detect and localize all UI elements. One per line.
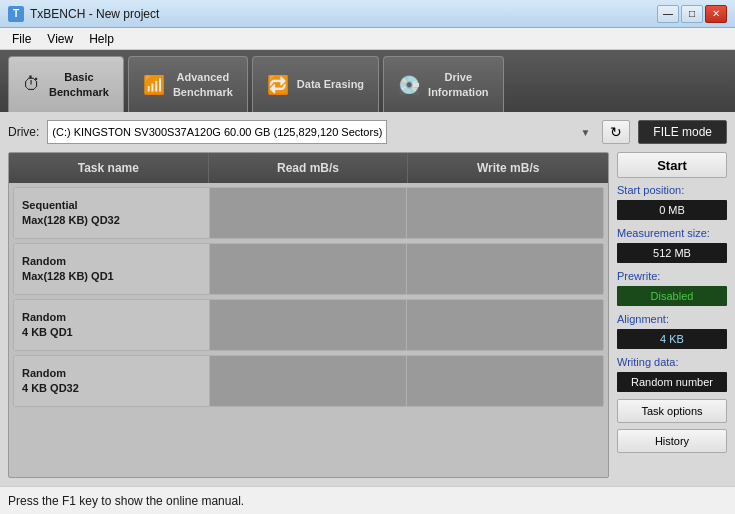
advanced-benchmark-icon: 📶 xyxy=(143,74,165,96)
menu-help[interactable]: Help xyxy=(81,30,122,48)
window-title: TxBENCH - New project xyxy=(30,7,159,21)
prewrite-label: Prewrite: xyxy=(617,270,727,282)
app-icon: T xyxy=(8,6,24,22)
drive-refresh-button[interactable]: ↻ xyxy=(602,120,630,144)
row3-task-name: Random4 KB QD1 xyxy=(14,300,210,350)
history-button[interactable]: History xyxy=(617,429,727,453)
header-read: Read mB/s xyxy=(209,153,409,183)
measurement-size-value: 512 MB xyxy=(617,243,727,263)
maximize-button[interactable]: □ xyxy=(681,5,703,23)
prewrite-value: Disabled xyxy=(617,286,727,306)
header-write: Write mB/s xyxy=(408,153,608,183)
status-bar: Press the F1 key to show the online manu… xyxy=(0,486,735,514)
row3-read xyxy=(210,300,406,350)
content-area: Drive: (C:) KINGSTON SV300S37A120G 60.00… xyxy=(0,112,735,486)
start-button[interactable]: Start xyxy=(617,152,727,178)
drive-select[interactable]: (C:) KINGSTON SV300S37A120G 60.00 GB (12… xyxy=(47,120,387,144)
tab-advanced-benchmark[interactable]: 📶 AdvancedBenchmark xyxy=(128,56,248,112)
tab-drive-information-label: DriveInformation xyxy=(428,70,489,99)
tab-data-erasing[interactable]: 🔁 Data Erasing xyxy=(252,56,379,112)
row2-task-name: RandomMax(128 KB) QD1 xyxy=(14,244,210,294)
row1-read xyxy=(210,188,406,238)
table-row: Random4 KB QD32 xyxy=(13,355,604,407)
minimize-button[interactable]: — xyxy=(657,5,679,23)
row4-write xyxy=(407,356,603,406)
basic-benchmark-icon: ⏱ xyxy=(23,74,41,95)
table-row: Random4 KB QD1 xyxy=(13,299,604,351)
row1-write xyxy=(407,188,603,238)
close-button[interactable]: ✕ xyxy=(705,5,727,23)
tab-drive-information[interactable]: 💽 DriveInformation xyxy=(383,56,504,112)
status-text: Press the F1 key to show the online manu… xyxy=(8,494,244,508)
table-header: Task name Read mB/s Write mB/s xyxy=(9,153,608,183)
start-position-label: Start position: xyxy=(617,184,727,196)
task-options-button[interactable]: Task options xyxy=(617,399,727,423)
menu-file[interactable]: File xyxy=(4,30,39,48)
row2-read xyxy=(210,244,406,294)
row3-write xyxy=(407,300,603,350)
menu-bar: File View Help xyxy=(0,28,735,50)
tab-basic-benchmark[interactable]: ⏱ BasicBenchmark xyxy=(8,56,124,112)
writing-data-value: Random number xyxy=(617,372,727,392)
drive-label: Drive: xyxy=(8,125,39,139)
drive-row: Drive: (C:) KINGSTON SV300S37A120G 60.00… xyxy=(8,120,727,144)
benchmark-table: Task name Read mB/s Write mB/s Sequentia… xyxy=(8,152,609,478)
header-task-name: Task name xyxy=(9,153,209,183)
data-erasing-icon: 🔁 xyxy=(267,74,289,96)
title-bar-left: T TxBENCH - New project xyxy=(8,6,159,22)
drive-select-wrapper: (C:) KINGSTON SV300S37A120G 60.00 GB (12… xyxy=(47,120,594,144)
table-row: SequentialMax(128 KB) QD32 xyxy=(13,187,604,239)
right-panel: Start Start position: 0 MB Measurement s… xyxy=(617,152,727,478)
measurement-size-label: Measurement size: xyxy=(617,227,727,239)
drive-information-icon: 💽 xyxy=(398,74,420,96)
title-bar: T TxBENCH - New project — □ ✕ xyxy=(0,0,735,28)
table-body: SequentialMax(128 KB) QD32 RandomMax(128… xyxy=(9,183,608,411)
tab-bar: ⏱ BasicBenchmark 📶 AdvancedBenchmark 🔁 D… xyxy=(0,50,735,112)
start-position-value: 0 MB xyxy=(617,200,727,220)
window-controls: — □ ✕ xyxy=(657,5,727,23)
alignment-label: Alignment: xyxy=(617,313,727,325)
table-row: RandomMax(128 KB) QD1 xyxy=(13,243,604,295)
row2-write xyxy=(407,244,603,294)
alignment-value: 4 KB xyxy=(617,329,727,349)
file-mode-button[interactable]: FILE mode xyxy=(638,120,727,144)
row1-task-name: SequentialMax(128 KB) QD32 xyxy=(14,188,210,238)
tab-basic-benchmark-label: BasicBenchmark xyxy=(49,70,109,99)
row4-task-name: Random4 KB QD32 xyxy=(14,356,210,406)
row4-read xyxy=(210,356,406,406)
tab-data-erasing-label: Data Erasing xyxy=(297,77,364,91)
tab-advanced-benchmark-label: AdvancedBenchmark xyxy=(173,70,233,99)
writing-data-label: Writing data: xyxy=(617,356,727,368)
main-layout: Task name Read mB/s Write mB/s Sequentia… xyxy=(8,152,727,478)
menu-view[interactable]: View xyxy=(39,30,81,48)
